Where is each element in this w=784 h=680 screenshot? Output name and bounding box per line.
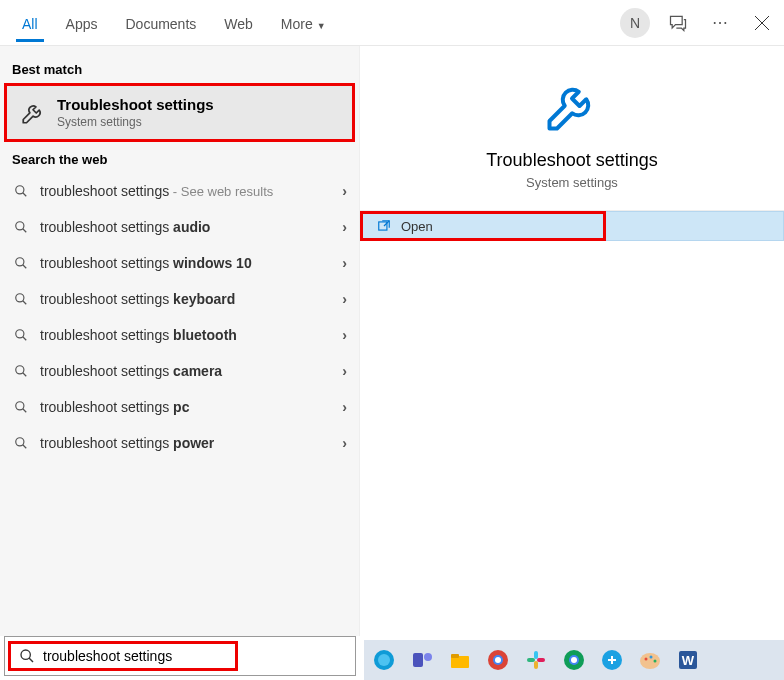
web-result-item[interactable]: troubleshoot settings keyboard› xyxy=(6,281,353,317)
search-input[interactable] xyxy=(43,648,227,664)
preview-hero: Troubleshoot settings System settings xyxy=(360,46,784,211)
svg-point-12 xyxy=(16,366,24,374)
web-results-list: troubleshoot settings - See web results›… xyxy=(0,173,359,461)
svg-rect-26 xyxy=(451,654,459,658)
search-icon xyxy=(12,436,30,450)
chevron-right-icon: › xyxy=(342,435,347,451)
web-result-text: troubleshoot settings windows 10 xyxy=(30,255,342,271)
svg-line-17 xyxy=(23,445,27,449)
open-label: Open xyxy=(401,219,433,234)
best-match-title: Troubleshoot settings xyxy=(57,96,214,113)
tab-apps[interactable]: Apps xyxy=(52,4,112,42)
web-result-item[interactable]: troubleshoot settings bluetooth› xyxy=(6,317,353,353)
open-icon xyxy=(377,219,391,233)
web-result-text: troubleshoot settings pc xyxy=(30,399,342,415)
tab-web[interactable]: Web xyxy=(210,4,267,42)
taskbar-word-icon[interactable]: W xyxy=(674,646,702,674)
svg-text:W: W xyxy=(682,653,695,668)
chevron-right-icon: › xyxy=(342,399,347,415)
tab-more[interactable]: More▼ xyxy=(267,4,340,42)
search-inner xyxy=(8,641,238,671)
web-result-item[interactable]: troubleshoot settings pc› xyxy=(6,389,353,425)
svg-point-6 xyxy=(16,258,24,266)
svg-point-16 xyxy=(16,438,24,446)
svg-point-19 xyxy=(21,650,30,659)
search-icon xyxy=(19,648,35,664)
svg-point-38 xyxy=(640,653,660,669)
chevron-down-icon: ▼ xyxy=(317,21,326,31)
taskbar-chrome-icon[interactable] xyxy=(484,646,512,674)
search-header: All Apps Documents Web More▼ N ⋯ xyxy=(0,0,784,46)
web-result-item[interactable]: troubleshoot settings windows 10› xyxy=(6,245,353,281)
search-bar[interactable] xyxy=(4,636,356,676)
open-button[interactable]: Open xyxy=(360,211,606,241)
svg-point-14 xyxy=(16,402,24,410)
chevron-right-icon: › xyxy=(342,255,347,271)
best-match-heading: Best match xyxy=(0,52,359,83)
preview-panel: Troubleshoot settings System settings Op… xyxy=(360,46,784,636)
svg-point-2 xyxy=(16,186,24,194)
svg-point-24 xyxy=(424,653,432,661)
web-result-item[interactable]: troubleshoot settings camera› xyxy=(6,353,353,389)
tab-more-label: More xyxy=(281,16,313,32)
best-match-result[interactable]: Troubleshoot settings System settings xyxy=(4,83,355,142)
tab-all[interactable]: All xyxy=(8,4,52,42)
chevron-right-icon: › xyxy=(342,327,347,343)
svg-line-9 xyxy=(23,301,27,305)
web-result-text: troubleshoot settings - See web results xyxy=(30,183,342,199)
svg-point-40 xyxy=(650,656,653,659)
taskbar: W xyxy=(364,640,784,680)
best-match-subtitle: System settings xyxy=(57,115,214,129)
chevron-right-icon: › xyxy=(342,183,347,199)
more-options-icon[interactable]: ⋯ xyxy=(706,9,734,37)
svg-point-4 xyxy=(16,222,24,230)
svg-line-7 xyxy=(23,265,27,269)
close-icon[interactable] xyxy=(748,9,776,37)
preview-subtitle: System settings xyxy=(526,175,618,190)
search-icon xyxy=(12,400,30,414)
svg-rect-30 xyxy=(534,651,538,659)
web-result-text: troubleshoot settings power xyxy=(30,435,342,451)
preview-action-spacer xyxy=(606,211,784,241)
svg-rect-32 xyxy=(534,661,538,669)
header-actions: N ⋯ xyxy=(620,8,776,38)
wrench-icon xyxy=(19,99,47,127)
results-panel: Best match Troubleshoot settings System … xyxy=(0,46,360,636)
svg-line-15 xyxy=(23,409,27,413)
taskbar-teams-icon[interactable] xyxy=(408,646,436,674)
preview-title: Troubleshoot settings xyxy=(486,150,657,171)
svg-rect-31 xyxy=(527,658,535,662)
taskbar-paint-icon[interactable] xyxy=(636,646,664,674)
svg-line-3 xyxy=(23,193,27,197)
svg-rect-33 xyxy=(537,658,545,662)
search-icon xyxy=(12,364,30,378)
svg-point-8 xyxy=(16,294,24,302)
feedback-icon[interactable] xyxy=(664,9,692,37)
web-result-item[interactable]: troubleshoot settings audio› xyxy=(6,209,353,245)
svg-line-20 xyxy=(29,658,33,662)
wrench-icon xyxy=(542,76,602,136)
taskbar-tool-icon[interactable] xyxy=(598,646,626,674)
svg-point-29 xyxy=(495,657,501,663)
web-result-item[interactable]: troubleshoot settings - See web results› xyxy=(6,173,353,209)
svg-point-41 xyxy=(654,660,657,663)
taskbar-edge-icon[interactable] xyxy=(370,646,398,674)
web-result-text: troubleshoot settings bluetooth xyxy=(30,327,342,343)
taskbar-slack-icon[interactable] xyxy=(522,646,550,674)
svg-line-5 xyxy=(23,229,27,233)
web-result-text: troubleshoot settings audio xyxy=(30,219,342,235)
svg-rect-18 xyxy=(379,222,387,230)
taskbar-files-icon[interactable] xyxy=(446,646,474,674)
web-result-text: troubleshoot settings keyboard xyxy=(30,291,342,307)
search-icon xyxy=(12,328,30,342)
svg-line-11 xyxy=(23,337,27,341)
tab-documents[interactable]: Documents xyxy=(111,4,210,42)
search-icon xyxy=(12,184,30,198)
svg-point-39 xyxy=(645,658,648,661)
taskbar-chrome2-icon[interactable] xyxy=(560,646,588,674)
search-web-heading: Search the web xyxy=(0,142,359,173)
user-avatar[interactable]: N xyxy=(620,8,650,38)
svg-point-22 xyxy=(378,654,390,666)
search-icon xyxy=(12,220,30,234)
web-result-item[interactable]: troubleshoot settings power› xyxy=(6,425,353,461)
